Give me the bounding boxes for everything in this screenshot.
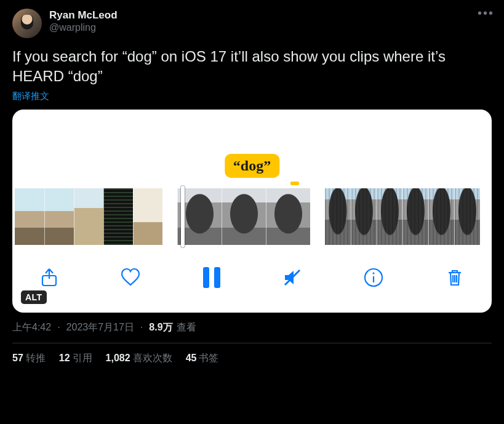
delete-button[interactable]	[441, 264, 468, 291]
stat-count: 45	[186, 353, 197, 363]
video-thumb[interactable]	[266, 188, 310, 245]
video-thumb[interactable]	[15, 188, 44, 245]
retweets-stat[interactable]: 57转推	[12, 352, 46, 365]
heart-icon	[119, 266, 142, 289]
alt-badge[interactable]: ALT	[21, 290, 47, 304]
media-whitespace	[12, 110, 492, 159]
video-thumb[interactable]	[74, 188, 103, 245]
author-names: Ryan McLeod @warpling	[49, 9, 118, 34]
handle[interactable]: @warpling	[49, 22, 118, 34]
video-thumb[interactable]	[351, 188, 377, 245]
video-thumb[interactable]	[402, 188, 428, 245]
clip-group[interactable]	[325, 188, 480, 245]
video-thumb[interactable]	[222, 188, 266, 245]
likes-stat[interactable]: 1,082喜欢次数	[106, 352, 172, 365]
video-thumb[interactable]	[133, 188, 162, 245]
tweet-time[interactable]: 上午4:42	[12, 321, 51, 334]
stat-label: 书签	[199, 353, 218, 363]
share-icon	[38, 266, 60, 289]
video-thumb[interactable]	[44, 188, 74, 245]
speaker-mute-icon	[281, 266, 303, 289]
search-term-pill: “dog”	[225, 154, 279, 178]
stat-count: 12	[59, 353, 70, 363]
trash-icon	[444, 266, 466, 289]
info-icon	[362, 266, 385, 289]
video-thumb[interactable]	[325, 188, 351, 245]
quotes-stat[interactable]: 12引用	[59, 352, 92, 365]
tweet: ••• Ryan McLeod @warpling If you search …	[0, 0, 504, 371]
clip-group[interactable]	[177, 188, 310, 245]
separator	[138, 322, 145, 333]
tweet-date[interactable]: 2023年7月17日	[66, 321, 134, 334]
bookmarks-stat[interactable]: 45书签	[186, 352, 219, 365]
avatar[interactable]	[12, 9, 42, 38]
video-thumb[interactable]	[454, 188, 480, 245]
pause-button[interactable]	[198, 264, 225, 291]
playhead-icon[interactable]	[181, 186, 185, 247]
more-button[interactable]: •••	[478, 6, 494, 20]
stat-label: 转推	[26, 353, 46, 363]
clip-group[interactable]	[15, 188, 162, 245]
svg-point-2	[373, 272, 375, 274]
pause-icon	[203, 267, 220, 288]
translate-link[interactable]: 翻译推文	[12, 90, 49, 102]
more-icon: •••	[478, 6, 494, 20]
display-name[interactable]: Ryan McLeod	[49, 9, 118, 22]
separator	[55, 322, 62, 333]
video-thumb[interactable]	[103, 188, 133, 245]
views-count: 8.9万	[149, 321, 172, 334]
playhead-marker-icon	[290, 182, 299, 185]
tweet-stats: 57转推 12引用 1,082喜欢次数 45书签	[12, 343, 492, 365]
media-card[interactable]: “dog”	[12, 110, 492, 313]
stat-label: 引用	[73, 353, 92, 363]
mute-button[interactable]	[279, 264, 306, 291]
share-button[interactable]	[36, 264, 63, 291]
views-label: 查看	[177, 321, 196, 334]
like-button[interactable]	[117, 264, 144, 291]
video-thumb[interactable]	[428, 188, 454, 245]
stat-count: 1,082	[106, 353, 130, 363]
stat-count: 57	[12, 353, 23, 363]
info-button[interactable]	[360, 264, 387, 291]
tweet-meta: 上午4:42 2023年7月17日 8.9万 查看	[12, 321, 492, 343]
tweet-header: Ryan McLeod @warpling	[12, 9, 492, 38]
tweet-text: If you search for “dog” on iOS 17 it’ll …	[12, 47, 492, 87]
timeline-strip[interactable]	[12, 188, 492, 245]
video-thumb[interactable]	[377, 188, 402, 245]
stat-label: 喜欢次数	[133, 353, 172, 363]
media-toolbar	[12, 251, 492, 313]
